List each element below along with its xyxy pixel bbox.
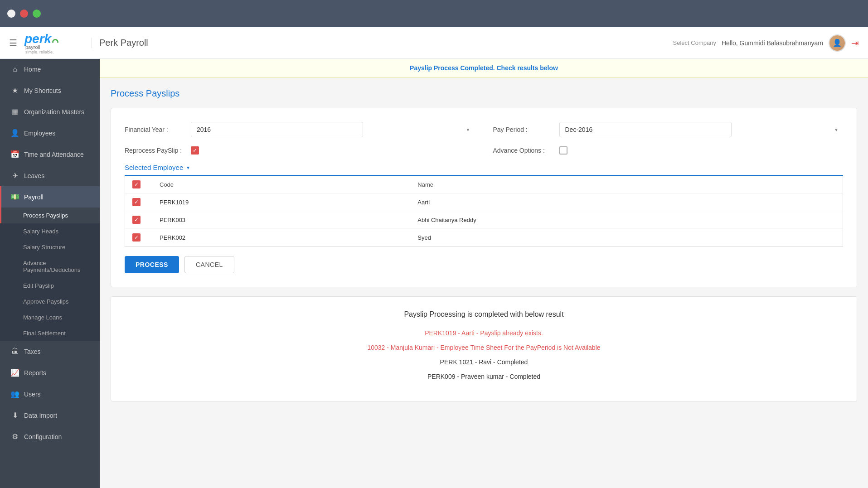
advance-options-label: Advance Options : [493,147,552,154]
maximize-button[interactable] [33,10,41,18]
page-title: Process Payslips [111,88,857,99]
users-icon: 👥 [10,390,19,398]
sidebar-item-configuration[interactable]: ⚙ Configuration [0,426,100,447]
form-group-financial-year: Financial Year : 2016 2017 2018 [125,122,475,137]
employee-checkbox-2[interactable]: ✓ [132,233,141,242]
sidebar-label-payroll: Payroll [24,193,44,201]
employee-tab[interactable]: Selected Employee ▾ [125,164,843,176]
col-code-header: Code [152,176,410,193]
sidebar-label-shortcuts: My Shortcuts [24,87,61,94]
sidebar-item-my-shortcuts[interactable]: ★ My Shortcuts [0,80,100,101]
form-group-reprocess: Reprocess PaySlip : ✓ [125,146,475,155]
logo-arc [52,39,58,43]
results-container: PERK1019 - Aarti - Payslip already exist… [125,329,843,380]
alert-message: Payslip Process Completed. Check results… [410,64,558,72]
sidebar-label-time: Time and Attendance [24,151,84,158]
table-header-row: ✓ Code Name [125,176,843,193]
employee-section: Selected Employee ▾ ✓ Cod [125,164,843,247]
menu-icon[interactable]: ☰ [9,38,17,48]
payroll-icon: 💵 [10,193,19,201]
sidebar-item-taxes[interactable]: 🏛 Taxes [0,341,100,362]
logout-icon[interactable]: ⇥ [851,38,859,48]
sidebar-item-users[interactable]: 👥 Users [0,383,100,405]
employee-tab-label: Selected Employee [125,164,183,171]
header: ☰ perk payroll simple. reliable. Perk Pa… [0,27,868,59]
col-checkbox: ✓ [125,176,152,193]
leaves-icon: ✈ [10,171,19,180]
sidebar-label-taxes: Taxes [24,348,41,355]
process-button[interactable]: PROCESS [125,256,179,273]
form-group-pay-period: Pay Period : Dec-2016 Nov-2016 Oct-2016 [493,122,844,137]
main-layout: ⌂ Home ★ My Shortcuts ▦ Organization Mas… [0,59,868,488]
payroll-submenu: Process Payslips Salary Heads Salary Str… [0,208,100,341]
sidebar-subitem-manage-loans[interactable]: Manage Loans [0,309,100,325]
results-title: Payslip Processing is completed with bel… [125,310,843,319]
table-row: ✓ PERK1019 Aarti [125,193,843,211]
employee-table-wrapper: ✓ Code Name ✓ PERK1019 [125,176,843,247]
logo-payroll-text: payroll [25,44,79,50]
financial-year-select-wrapper: 2016 2017 2018 [191,122,475,137]
title-bar [0,0,868,27]
minimize-button[interactable] [20,10,28,18]
logo-container: perk payroll simple. reliable. Perk Payr… [24,32,148,54]
home-icon: ⌂ [10,65,19,73]
sidebar-label-org: Organization Masters [24,108,84,116]
cancel-button[interactable]: CANCEL [184,256,234,273]
financial-year-label: Financial Year : [125,126,184,133]
sidebar-subitem-advance-payments[interactable]: Advance Payments/Deductions [0,255,100,278]
result-item-2: PERK 1021 - Ravi - Completed [125,358,843,366]
sidebar-label-home: Home [24,66,41,73]
employee-checkbox-1[interactable]: ✓ [132,216,141,224]
select-all-checkbox[interactable]: ✓ [132,180,141,188]
table-row: ✓ PERK002 Syed [125,229,843,246]
alert-banner: Payslip Process Completed. Check results… [100,59,868,77]
sidebar-subitem-final-settlement[interactable]: Final Settlement [0,325,100,341]
content-area: Payslip Process Completed. Check results… [100,59,868,488]
avatar-image: 👤 [829,35,845,51]
employee-code-1: PERK003 [152,211,410,229]
sidebar-item-home[interactable]: ⌂ Home [0,59,100,80]
table-row: ✓ PERK003 Abhi Chaitanya Reddy [125,211,843,229]
sidebar-item-employees[interactable]: 👤 Employees [0,122,100,144]
result-item-0: PERK1019 - Aarti - Payslip already exist… [125,329,843,337]
pay-period-select[interactable]: Dec-2016 Nov-2016 Oct-2016 [559,122,732,137]
employee-checkbox-0[interactable]: ✓ [132,198,141,206]
pay-period-select-wrapper: Dec-2016 Nov-2016 Oct-2016 [559,122,844,137]
sidebar-label-employees: Employees [24,130,55,137]
sidebar-subitem-process-payslips[interactable]: Process Payslips [0,208,100,223]
logo: perk payroll simple. reliable. [24,32,79,54]
results-card: Payslip Processing is completed with bel… [111,296,857,401]
data-import-icon: ⬇ [10,411,19,420]
sidebar-subitem-edit-payslip[interactable]: Edit Payslip [0,278,100,294]
reprocess-checkbox[interactable]: ✓ [191,146,199,155]
sidebar-label-users: Users [24,391,41,398]
employee-name-1: Abhi Chaitanya Reddy [410,211,843,229]
result-item-3: PERK009 - Praveen kumar - Completed [125,373,843,380]
taxes-icon: 🏛 [10,348,19,356]
sidebar-subitem-salary-heads[interactable]: Salary Heads [0,223,100,239]
sidebar-item-leaves[interactable]: ✈ Leaves [0,165,100,186]
sidebar-label-leaves: Leaves [24,172,44,179]
pay-period-label: Pay Period : [493,126,552,133]
shortcuts-icon: ★ [10,86,19,95]
reprocess-label: Reprocess PaySlip : [125,147,184,154]
employee-table: ✓ Code Name ✓ PERK1019 [125,176,843,246]
avatar: 👤 [829,34,846,52]
user-greeting: Hello, Gummidi Balasubrahmanyam [722,39,823,47]
logo-tagline: simple. reliable. [25,50,79,54]
close-button[interactable] [7,10,15,18]
financial-year-select[interactable]: 2016 2017 2018 [191,122,363,137]
sidebar-item-reports[interactable]: 📈 Reports [0,362,100,383]
org-icon: ▦ [10,107,19,116]
reports-icon: 📈 [10,368,19,377]
sidebar-item-data-import[interactable]: ⬇ Data Import [0,405,100,426]
sidebar-item-time-attendance[interactable]: 📅 Time and Attendance [0,144,100,165]
chevron-down-icon: ▾ [187,164,189,171]
employee-name-0: Aarti [410,193,843,211]
advance-options-checkbox[interactable] [559,146,567,155]
sidebar-item-organization-masters[interactable]: ▦ Organization Masters [0,101,100,122]
sidebar-label-configuration: Configuration [24,433,62,440]
sidebar-subitem-approve-payslips[interactable]: Approve Payslips [0,294,100,309]
sidebar-subitem-salary-structure[interactable]: Salary Structure [0,239,100,255]
sidebar-item-payroll[interactable]: 💵 Payroll [0,186,100,208]
